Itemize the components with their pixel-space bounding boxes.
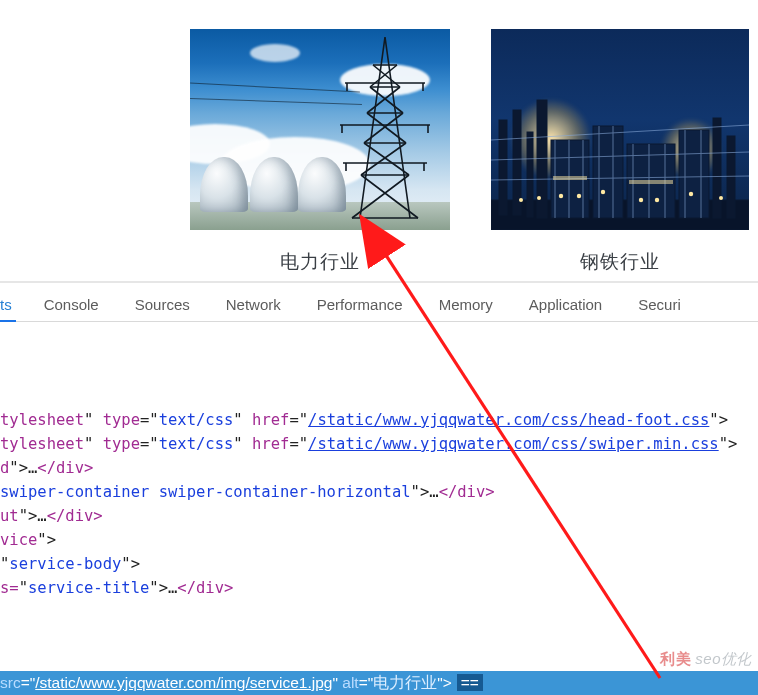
- tab-network[interactable]: Network: [208, 287, 299, 321]
- service-label: 钢铁行业: [491, 249, 749, 275]
- code-line[interactable]: ut">…</div>: [0, 504, 758, 528]
- pylon-icon: [340, 35, 430, 220]
- svg-point-12: [577, 194, 581, 198]
- service-card-power[interactable]: 电力行业: [190, 29, 450, 275]
- selected-element-line[interactable]: src="/static/www.yjqqwater.com/img/servi…: [0, 671, 758, 695]
- tab-memory[interactable]: Memory: [421, 287, 511, 321]
- svg-point-19: [719, 196, 723, 200]
- service-card-steel[interactable]: 钢铁行业: [491, 29, 749, 275]
- watermark: 利美seo优化: [660, 650, 752, 669]
- code-line[interactable]: tylesheet" type="text/css" href="/static…: [0, 408, 758, 432]
- svg-rect-21: [629, 180, 673, 184]
- devtools-panel: ts Console Sources Network Performance M…: [0, 281, 758, 600]
- svg-point-18: [537, 196, 541, 200]
- svg-rect-10: [727, 136, 735, 218]
- svg-point-15: [655, 198, 659, 202]
- tab-security[interactable]: Securi: [620, 287, 699, 321]
- code-line[interactable]: s="service-title">…</div>: [0, 576, 758, 600]
- tab-elements[interactable]: ts: [0, 287, 26, 321]
- code-line[interactable]: vice">: [0, 528, 758, 552]
- svg-point-17: [519, 198, 523, 202]
- tab-performance[interactable]: Performance: [299, 287, 421, 321]
- tab-sources[interactable]: Sources: [117, 287, 208, 321]
- service-label: 电力行业: [190, 249, 450, 275]
- tab-console[interactable]: Console: [26, 287, 117, 321]
- elements-tree[interactable]: tylesheet" type="text/css" href="/static…: [0, 322, 758, 600]
- svg-rect-20: [553, 176, 587, 180]
- service-image-steel: [491, 29, 749, 230]
- svg-point-11: [559, 194, 563, 198]
- svg-rect-3: [527, 132, 533, 217]
- svg-rect-6: [593, 126, 623, 218]
- svg-rect-1: [499, 120, 507, 215]
- svg-point-16: [689, 192, 693, 196]
- devtools-tabs: ts Console Sources Network Performance M…: [0, 283, 758, 322]
- svg-rect-9: [713, 118, 721, 218]
- svg-point-13: [601, 190, 605, 194]
- code-line[interactable]: swiper-container swiper-container-horizo…: [0, 480, 758, 504]
- page-content: 电力行业: [0, 0, 758, 281]
- code-line[interactable]: tylesheet" type="text/css" href="/static…: [0, 432, 758, 456]
- svg-point-14: [639, 198, 643, 202]
- code-line[interactable]: d">…</div>: [0, 456, 758, 480]
- viewport: 电力行业: [0, 0, 758, 695]
- tab-application[interactable]: Application: [511, 287, 620, 321]
- svg-rect-8: [679, 130, 709, 218]
- service-image-power: [190, 29, 450, 230]
- code-line[interactable]: "service-body">: [0, 552, 758, 576]
